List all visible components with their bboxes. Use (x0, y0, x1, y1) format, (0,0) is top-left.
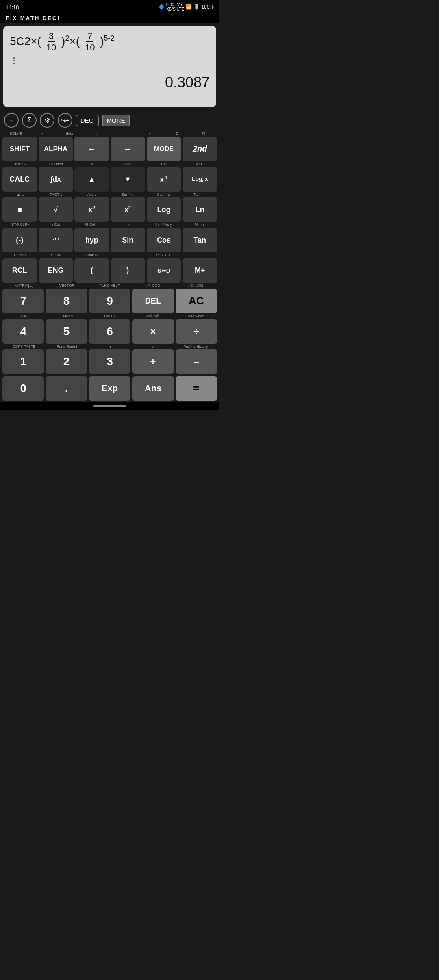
sqrt-key[interactable]: √ (39, 197, 73, 222)
time: 14:18 (6, 4, 19, 10)
percent-button[interactable]: %± (58, 113, 72, 128)
nine-key[interactable]: 9 (89, 289, 130, 313)
label-row-2: aᵇ/c ÷R ³√□ mod x³ □√□ 10ˣ eˣ t (2, 162, 217, 167)
label-row-3: ∠ a FACT b Abs c Sin⁻¹ d Cos⁻¹ e Tan⁻¹ f (2, 193, 217, 197)
calculator-grid: SOLVE = d/dx : x! Σ Π SHIFT ALPHA ← → MO… (0, 130, 220, 402)
key-row-5: RCL ENG ( ) S⇔D M+ (2, 258, 217, 283)
fraction-2: 7 10 (84, 31, 96, 53)
neg-key[interactable]: (-) (2, 228, 37, 252)
label-row-4: STO CLRv i Cot % Cot⁻¹ , x ᵃ/ᵦ→ᵃᵇ/c y M–… (2, 223, 217, 227)
battery-icon: 🔋 (193, 4, 200, 10)
label-row-8: COPY PASTE Ran# RanInt π e PreAns Histor… (2, 345, 217, 349)
equals-key[interactable]: = (176, 376, 217, 401)
status-bar: 14:18 🔷 0.00KB/S VoLTE 📶 🔋 100% (0, 0, 220, 14)
more-button[interactable]: MORE (102, 115, 130, 126)
key-row-2: CALC ∫dx ▲ ▼ x-1 Logax (2, 167, 217, 192)
loga-key[interactable]: Logax (183, 167, 217, 192)
fraction-1: 3 10 (45, 31, 57, 53)
data-speed: 0.00KB/S (166, 2, 176, 11)
shift-key[interactable]: SHIFT (2, 137, 37, 161)
right-arrow-key[interactable]: → (111, 137, 145, 161)
key-row-6: 7 8 9 DEL AC (2, 289, 217, 313)
battery-percent: 100% (201, 4, 214, 10)
seven-key[interactable]: 7 (2, 289, 44, 313)
calculator-display: 5C2×( 3 10 )2×( 7 10 )5-2 ⋮ 0.3087 (3, 26, 216, 107)
mode-key[interactable]: MODE (147, 137, 181, 161)
mode-bar: FIX MATH DECI (0, 14, 220, 23)
up-key[interactable]: ▲ (74, 167, 109, 192)
four-key[interactable]: 4 (2, 319, 44, 344)
one-key[interactable]: 1 (2, 349, 44, 374)
del-key[interactable]: DEL (132, 289, 174, 313)
key-row-3: ■ √ x2 x□ Log Ln (2, 197, 217, 222)
network-type: VoLTE (177, 2, 185, 11)
two-key[interactable]: 2 (46, 349, 87, 374)
multiply-key[interactable]: × (132, 319, 174, 344)
s-d-key[interactable]: S⇔D (147, 258, 181, 283)
dot-key[interactable]: . (46, 376, 87, 401)
display-dots: ⋮ (10, 56, 210, 65)
integral-key[interactable]: ∫dx (39, 167, 73, 192)
log-key[interactable]: Log (147, 197, 181, 222)
label-row-6: MATRIX[:::] VECTOR FUNC HELP nPr GCD nCr… (2, 284, 217, 288)
home-indicator (93, 405, 126, 407)
five-key[interactable]: 5 (46, 319, 87, 344)
x-box-key[interactable]: x□ (111, 197, 145, 222)
calc-key[interactable]: CALC (2, 167, 37, 192)
ac-key[interactable]: AC (176, 289, 217, 313)
bluetooth-icon: 🔷 (159, 4, 165, 10)
down-key[interactable]: ▼ (111, 167, 145, 192)
signal-icon: 📶 (186, 4, 192, 10)
key-row-8: 1 2 3 + – (2, 349, 217, 374)
m-plus-key[interactable]: M+ (183, 258, 217, 283)
sigma-button[interactable]: Σ (22, 113, 37, 128)
settings-button[interactable]: ⚙ (40, 113, 54, 128)
toolbar: ≡ Σ ⚙ %± DEG MORE (0, 111, 220, 130)
deg-min-sec-key[interactable]: °'" (39, 228, 73, 252)
x2-key[interactable]: x2 (74, 197, 109, 222)
ln-key[interactable]: Ln (183, 197, 217, 222)
key-row-7: 4 5 6 × ÷ (2, 319, 217, 344)
key-row-9: 0 . Exp Ans = (2, 376, 217, 401)
divide-key[interactable]: ÷ (176, 319, 217, 344)
bottom-bar (0, 402, 220, 410)
sin-key[interactable]: Sin (111, 228, 145, 252)
alpha-key[interactable]: ALPHA (39, 137, 73, 161)
eight-key[interactable]: 8 (46, 289, 87, 313)
close-paren-key[interactable]: ) (111, 258, 145, 283)
ans-key[interactable]: Ans (132, 376, 174, 401)
key-row-1: SHIFT ALPHA ← → MODE 2nd (2, 137, 217, 161)
label-row-7: STAT CMPLX DISTR Pol Ceil Rec Floor (2, 314, 217, 319)
cos-key[interactable]: Cos (147, 228, 181, 252)
key-row-4: (-) °'" hyp Sin Cos Tan (2, 228, 217, 252)
mixed-num-key[interactable]: ■ (2, 197, 37, 222)
open-paren-key[interactable]: ( (74, 258, 109, 283)
rcl-key[interactable]: RCL (2, 258, 37, 283)
eng-key[interactable]: ENG (39, 258, 73, 283)
label-row-1: SOLVE = d/dx : x! Σ Π (2, 132, 217, 136)
three-key[interactable]: 3 (89, 349, 130, 374)
six-key[interactable]: 6 (89, 319, 130, 344)
hyp-key[interactable]: hyp (74, 228, 109, 252)
deg-button[interactable]: DEG (76, 115, 99, 126)
plus-key[interactable]: + (132, 349, 174, 374)
expression-display: 5C2×( 3 10 )2×( 7 10 )5-2 (10, 31, 210, 53)
minus-key[interactable]: – (176, 349, 217, 374)
exp-key[interactable]: Exp (89, 376, 130, 401)
tan-key[interactable]: Tan (183, 228, 217, 252)
x-inv-key[interactable]: x-1 (147, 167, 181, 192)
menu-button[interactable]: ≡ (4, 113, 19, 128)
label-row-5: CONST CONV Limit ∞ CLR ALL (2, 253, 217, 258)
zero-key[interactable]: 0 (2, 376, 44, 401)
result-display: 0.3087 (165, 74, 210, 91)
left-arrow-key[interactable]: ← (74, 137, 109, 161)
second-key[interactable]: 2nd (183, 137, 217, 161)
status-icons: 🔷 0.00KB/S VoLTE 📶 🔋 100% (159, 2, 214, 11)
